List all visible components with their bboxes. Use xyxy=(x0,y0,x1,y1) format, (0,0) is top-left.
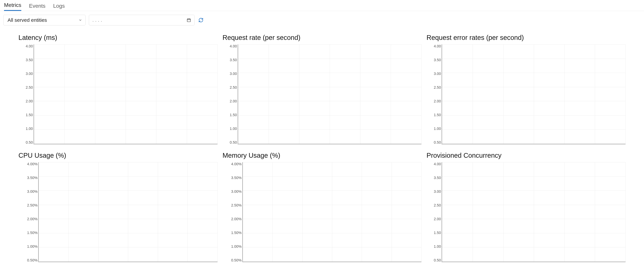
plot-area xyxy=(238,44,422,144)
y-tick: 2.50 xyxy=(222,86,237,89)
date-range-input[interactable]: . . . . xyxy=(89,15,194,25)
v-gridlines xyxy=(238,44,422,144)
y-tick: 3.50% xyxy=(222,176,242,180)
tabs: Metrics Events Logs xyxy=(0,0,644,11)
y-tick: 1.00 xyxy=(222,127,237,131)
chart-title: CPU Usage (%) xyxy=(18,152,218,159)
chart-title: Latency (ms) xyxy=(18,34,218,41)
y-tick: 0.50 xyxy=(222,141,237,144)
chevron-down-icon xyxy=(79,18,82,22)
y-tick: 4.00 xyxy=(426,162,441,166)
y-tick: 2.50 xyxy=(426,86,441,89)
date-range-value: . . . . xyxy=(92,17,187,23)
y-tick: 4.00 xyxy=(222,44,237,48)
y-tick: 4.00% xyxy=(222,162,242,166)
y-tick: 2.50% xyxy=(222,204,242,207)
y-tick: 1.50 xyxy=(426,113,441,117)
y-tick: 3.50 xyxy=(426,58,441,62)
plot-area xyxy=(442,162,626,262)
chart-body: 4.003.503.002.502.001.501.000.50 xyxy=(18,44,218,145)
y-tick: 4.00 xyxy=(18,44,33,48)
svg-rect-0 xyxy=(187,19,190,22)
refresh-icon xyxy=(198,17,204,23)
y-tick: 0.50 xyxy=(18,141,33,144)
v-gridlines xyxy=(39,162,218,262)
y-axis: 4.003.503.002.502.001.501.000.50 xyxy=(426,44,441,144)
y-tick: 3.00% xyxy=(222,190,242,193)
y-tick: 2.00% xyxy=(222,217,242,221)
y-tick: 2.00 xyxy=(18,99,33,103)
chart-body: 4.003.503.002.502.001.501.000.50 xyxy=(426,162,626,263)
entity-select-value: All served entities xyxy=(8,17,47,23)
chart-body: 4.00%3.50%3.00%2.50%2.00%1.50%1.00%0.50% xyxy=(222,162,422,263)
chart-cpu-usage: CPU Usage (%)4.00%3.50%3.00%2.50%2.00%1.… xyxy=(18,152,218,263)
v-gridlines xyxy=(442,162,626,262)
y-tick: 1.00% xyxy=(222,245,242,248)
y-tick: 1.50 xyxy=(222,113,237,117)
v-gridlines xyxy=(34,44,218,144)
chart-provisioned-concurrency: Provisioned Concurrency4.003.503.002.502… xyxy=(426,152,626,263)
chart-memory-usage: Memory Usage (%)4.00%3.50%3.00%2.50%2.00… xyxy=(222,152,422,263)
y-tick: 3.00 xyxy=(18,72,33,76)
y-tick: 1.50% xyxy=(222,231,242,235)
y-axis: 4.003.503.002.502.001.501.000.50 xyxy=(222,44,237,144)
v-gridlines xyxy=(243,162,422,262)
y-tick: 1.00 xyxy=(426,127,441,131)
tab-metrics[interactable]: Metrics xyxy=(4,2,21,11)
y-tick: 1.00% xyxy=(18,245,38,248)
y-tick: 4.00% xyxy=(18,162,38,166)
y-tick: 2.00% xyxy=(18,217,38,221)
chart-title: Memory Usage (%) xyxy=(222,152,422,159)
chart-latency: Latency (ms)4.003.503.002.502.001.501.00… xyxy=(18,34,218,145)
v-gridlines xyxy=(442,44,626,144)
charts-grid: Latency (ms)4.003.503.002.502.001.501.00… xyxy=(0,25,644,269)
refresh-button[interactable] xyxy=(198,17,204,23)
metrics-toolbar: All served entities . . . . xyxy=(0,11,644,25)
y-tick: 3.50% xyxy=(18,176,38,180)
plot-area xyxy=(442,44,626,144)
y-tick: 3.50 xyxy=(426,176,441,180)
y-tick: 2.50 xyxy=(18,86,33,89)
y-tick: 1.50 xyxy=(426,231,441,235)
y-tick: 3.00 xyxy=(222,72,237,76)
tab-events[interactable]: Events xyxy=(29,3,46,11)
tab-logs[interactable]: Logs xyxy=(53,3,65,11)
chart-request-error-rates: Request error rates (per second)4.003.50… xyxy=(426,34,626,145)
y-tick: 3.50 xyxy=(18,58,33,62)
y-tick: 0.50 xyxy=(426,259,441,262)
y-tick: 1.00 xyxy=(18,127,33,131)
y-tick: 0.50 xyxy=(426,141,441,144)
chart-request-rate: Request rate (per second)4.003.503.002.5… xyxy=(222,34,422,145)
y-tick: 4.00 xyxy=(426,44,441,48)
y-tick: 1.50 xyxy=(18,113,33,117)
y-tick: 2.50% xyxy=(18,204,38,207)
plot-area xyxy=(34,44,218,144)
y-tick: 2.00 xyxy=(426,99,441,103)
chart-body: 4.00%3.50%3.00%2.50%2.00%1.50%1.00%0.50% xyxy=(18,162,218,263)
y-tick: 3.00 xyxy=(426,72,441,76)
plot-area xyxy=(38,162,218,262)
y-axis: 4.00%3.50%3.00%2.50%2.00%1.50%1.00%0.50% xyxy=(18,162,38,262)
y-tick: 0.50% xyxy=(18,259,38,262)
y-axis: 4.00%3.50%3.00%2.50%2.00%1.50%1.00%0.50% xyxy=(222,162,242,262)
chart-title: Provisioned Concurrency xyxy=(426,152,626,159)
y-tick: 3.00 xyxy=(426,190,441,193)
y-tick: 1.00 xyxy=(426,245,441,248)
y-tick: 3.50 xyxy=(222,58,237,62)
entity-select[interactable]: All served entities xyxy=(3,15,86,25)
plot-area xyxy=(242,162,422,262)
chart-body: 4.003.503.002.502.001.501.000.50 xyxy=(222,44,422,145)
chart-body: 4.003.503.002.502.001.501.000.50 xyxy=(426,44,626,145)
chart-title: Request rate (per second) xyxy=(222,34,422,41)
chart-title: Request error rates (per second) xyxy=(426,34,626,41)
y-tick: 2.50 xyxy=(426,204,441,207)
y-tick: 0.50% xyxy=(222,259,242,262)
y-tick: 2.00 xyxy=(222,99,237,103)
y-axis: 4.003.503.002.502.001.501.000.50 xyxy=(426,162,441,262)
y-tick: 3.00% xyxy=(18,190,38,193)
y-axis: 4.003.503.002.502.001.501.000.50 xyxy=(18,44,33,144)
calendar-icon xyxy=(187,18,191,22)
y-tick: 1.50% xyxy=(18,231,38,235)
y-tick: 2.00 xyxy=(426,217,441,221)
